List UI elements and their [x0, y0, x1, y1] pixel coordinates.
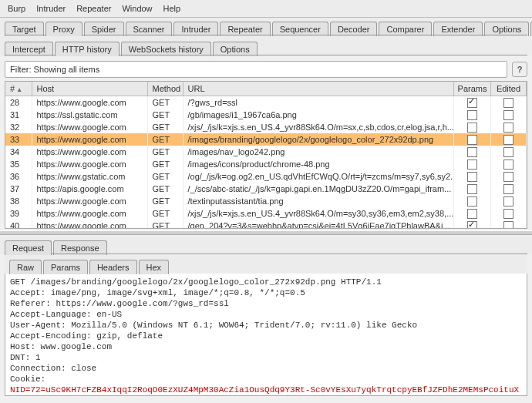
col-edited[interactable]: Edited	[491, 82, 527, 96]
table-row[interactable]: 32https://www.google.comGET/xjs/_/js/k=x…	[5, 121, 527, 133]
sec-tab-http-history[interactable]: HTTP history	[55, 42, 120, 56]
cell: https://www.google.com	[32, 207, 147, 220]
raw-line: DNT: 1	[10, 352, 522, 363]
cell: 38	[5, 195, 32, 207]
cell	[491, 183, 527, 195]
checkbox[interactable]	[503, 172, 513, 182]
cell: /images/branding/googlelogo/2x/googlelog…	[183, 133, 454, 146]
checkbox[interactable]	[467, 160, 477, 170]
cell: 36	[5, 170, 32, 183]
cell	[491, 207, 527, 220]
checkbox[interactable]	[467, 98, 477, 108]
table-row[interactable]: 35https://www.google.comGET/images/icons…	[5, 158, 527, 170]
pane-splitter[interactable]	[0, 230, 532, 235]
table-row[interactable]: 39https://www.google.comGET/xjs/_/js/k=x…	[5, 207, 527, 220]
cell: GET	[147, 96, 183, 109]
checkbox[interactable]	[503, 196, 513, 207]
checkbox[interactable]	[503, 110, 513, 120]
table-row[interactable]: 33https://www.google.comGET/images/brand…	[5, 133, 527, 146]
raw-cookie-value: NID=72=uSc9KH7cFZB4xIqqI2RoqO0EzXUZ4MpM3…	[10, 385, 522, 396]
checkbox[interactable]	[503, 123, 513, 133]
viewer-tab-params[interactable]: Params	[43, 260, 88, 274]
top-tab-proxy[interactable]: Proxy	[45, 22, 82, 36]
cell	[454, 146, 491, 158]
cell	[454, 109, 491, 121]
menu-window[interactable]: Window	[117, 2, 157, 15]
cell	[491, 146, 527, 158]
viewer-tab-row: RawParamsHeadersHex	[5, 255, 527, 274]
history-table: #▲ Host Method URL Params Edited 28https…	[5, 82, 527, 229]
checkbox[interactable]	[503, 147, 513, 157]
raw-request-panel[interactable]: GET /images/branding/googlelogo/2x/googl…	[5, 274, 527, 396]
filter-bar: Filter: Showing all items ?	[5, 61, 527, 78]
cell: GET	[147, 195, 183, 207]
table-row[interactable]: 28https://www.google.comGET/?gws_rd=ssl	[5, 96, 527, 109]
raw-line: Accept: image/png, image/svg+xml, image/…	[10, 287, 522, 298]
checkbox[interactable]	[503, 209, 513, 219]
cell: /xjs/_/js/k=xjs.s.en_US.4_yvr88Sk64.O/m=…	[183, 207, 454, 220]
viewer-tab-hex[interactable]: Hex	[139, 260, 170, 274]
table-row[interactable]: 37https://apis.google.comGET/_/scs/abc-s…	[5, 183, 527, 195]
cell	[454, 158, 491, 170]
checkbox[interactable]	[467, 184, 477, 194]
cell: /textinputassistant/tia.png	[183, 195, 454, 207]
cell: /og/_/js/k=og.og2.en_US.qdVhtEfCWqQ.O/rt…	[183, 170, 454, 183]
col-num[interactable]: #▲	[5, 82, 32, 96]
checkbox[interactable]	[503, 160, 513, 170]
cell: /gb/images/i1_1967ca6a.png	[183, 109, 454, 121]
cell: /gen_204?v=3&s=webhp&atyp=csi&ei=4tL5Vq6…	[183, 220, 454, 229]
cell: https://ssl.gstatic.com	[32, 109, 147, 121]
raw-line: Cookie:	[10, 374, 522, 385]
cell: GET	[147, 121, 183, 133]
checkbox[interactable]	[467, 221, 477, 230]
checkbox[interactable]	[503, 98, 513, 108]
cell	[454, 195, 491, 207]
col-method[interactable]: Method	[147, 82, 183, 96]
viewer-tab-headers[interactable]: Headers	[89, 260, 137, 274]
checkbox[interactable]	[467, 147, 477, 157]
cell: /_/scs/abc-static/_/js/k=gapi.gapi.en.1M…	[183, 183, 454, 195]
cell	[491, 195, 527, 207]
viewer-tab-raw[interactable]: Raw	[9, 260, 42, 274]
reqresp-tab-row: RequestResponse	[0, 237, 532, 254]
help-button[interactable]: ?	[512, 62, 527, 77]
checkbox[interactable]	[467, 110, 477, 120]
cell: 39	[5, 207, 32, 220]
checkbox[interactable]	[503, 135, 513, 145]
table-row[interactable]: 31https://ssl.gstatic.comGET/gb/images/i…	[5, 109, 527, 121]
col-params[interactable]: Params	[454, 82, 491, 96]
table-row[interactable]: 36https://www.gstatic.comGET/og/_/js/k=o…	[5, 170, 527, 183]
checkbox[interactable]	[467, 196, 477, 207]
table-row[interactable]: 40https://www.google.comGET/gen_204?v=3&…	[5, 220, 527, 229]
raw-line: User-Agent: Mozilla/5.0 (Windows NT 6.1;…	[10, 320, 522, 331]
cell: GET	[147, 146, 183, 158]
checkbox[interactable]	[467, 123, 477, 133]
reqresp-tab-request[interactable]: Request	[5, 240, 52, 255]
table-header-row: #▲ Host Method URL Params Edited	[5, 82, 527, 96]
checkbox[interactable]	[467, 172, 477, 182]
cell: https://www.google.com	[32, 96, 147, 109]
cell: /images/nav_logo242.png	[183, 146, 454, 158]
cell: https://apis.google.com	[32, 183, 147, 195]
cell	[454, 96, 491, 109]
table-row[interactable]: 34https://www.google.comGET/images/nav_l…	[5, 146, 527, 158]
cell: GET	[147, 170, 183, 183]
menu-repeater[interactable]: Repeater	[72, 2, 116, 15]
checkbox[interactable]	[467, 135, 477, 145]
checkbox[interactable]	[503, 221, 513, 230]
cell: 37	[5, 183, 32, 195]
filter-box[interactable]: Filter: Showing all items	[5, 61, 507, 78]
menu-help[interactable]: Help	[159, 2, 186, 15]
col-url[interactable]: URL	[183, 82, 454, 96]
checkbox[interactable]	[503, 184, 513, 194]
cell: /xjs/_/js/k=xjs.s.en_US.4_yvr88Sk64.O/m=…	[183, 121, 454, 133]
cell: 35	[5, 158, 32, 170]
checkbox[interactable]	[467, 209, 477, 219]
cell: https://www.google.com	[32, 220, 147, 229]
cell: https://www.google.com	[32, 121, 147, 133]
table-row[interactable]: 38https://www.google.comGET/textinputass…	[5, 195, 527, 207]
cell	[454, 220, 491, 229]
menu-burp[interactable]: Burp	[3, 2, 30, 15]
col-host[interactable]: Host	[32, 82, 147, 96]
menu-intruder[interactable]: Intruder	[32, 2, 70, 15]
